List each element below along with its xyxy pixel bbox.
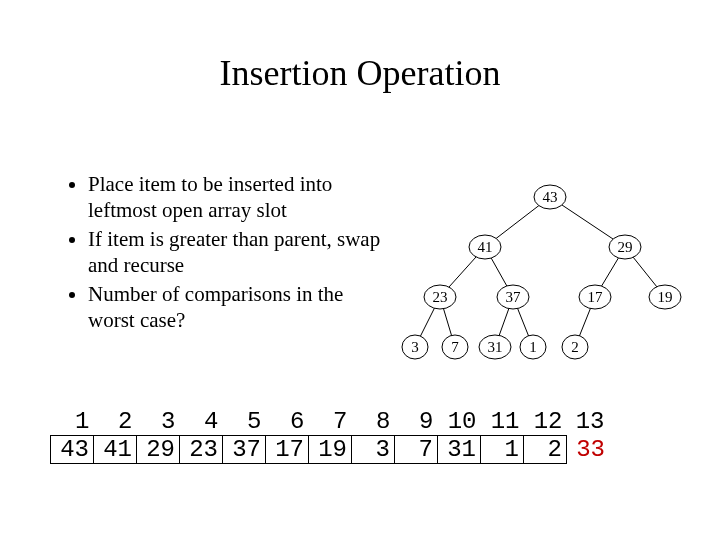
arr-idx: 3 [137, 408, 180, 436]
arr-idx: 8 [352, 408, 395, 436]
heap-tree-diagram: 43 41 29 23 37 17 19 3 7 31 1 2 [400, 170, 700, 380]
arr-val: 29 [137, 436, 180, 464]
arr-idx: 1 [51, 408, 94, 436]
tree-node-12: 2 [571, 339, 579, 355]
arr-val: 31 [438, 436, 481, 464]
tree-node-8: 3 [411, 339, 419, 355]
tree-node-1: 43 [543, 189, 558, 205]
arr-idx: 13 [567, 408, 610, 436]
tree-node-5: 37 [506, 289, 522, 305]
arr-val: 3 [352, 436, 395, 464]
arr-val: 41 [94, 436, 137, 464]
arr-idx: 12 [524, 408, 567, 436]
arr-val-new: 33 [567, 436, 610, 464]
arr-val: 2 [524, 436, 567, 464]
arr-idx: 7 [309, 408, 352, 436]
bullet-2: If item is greater than parent, swap and… [88, 227, 388, 278]
arr-val: 7 [395, 436, 438, 464]
tree-node-2: 41 [478, 239, 493, 255]
tree-node-10: 31 [488, 339, 503, 355]
arr-idx: 6 [266, 408, 309, 436]
arr-val: 37 [223, 436, 266, 464]
arr-idx: 9 [395, 408, 438, 436]
arr-val: 1 [481, 436, 524, 464]
arr-idx: 2 [94, 408, 137, 436]
tree-node-9: 7 [451, 339, 459, 355]
array-table: 1 2 3 4 5 6 7 8 9 10 11 12 13 43 41 29 2… [50, 408, 610, 464]
arr-val: 43 [51, 436, 94, 464]
arr-val: 23 [180, 436, 223, 464]
arr-val: 17 [266, 436, 309, 464]
tree-node-7: 19 [658, 289, 673, 305]
slide-title: Insertion Operation [0, 0, 720, 94]
arr-idx: 4 [180, 408, 223, 436]
arr-idx: 10 [438, 408, 481, 436]
tree-node-11: 1 [529, 339, 537, 355]
bullet-1: Place item to be inserted into leftmost … [88, 172, 388, 223]
bullet-list: Place item to be inserted into leftmost … [68, 172, 388, 338]
arr-idx: 5 [223, 408, 266, 436]
tree-node-3: 29 [618, 239, 633, 255]
arr-val: 19 [309, 436, 352, 464]
tree-node-6: 17 [588, 289, 604, 305]
bullet-3: Number of comparisons in the worst case? [88, 282, 388, 333]
arr-idx: 11 [481, 408, 524, 436]
tree-node-4: 23 [433, 289, 448, 305]
